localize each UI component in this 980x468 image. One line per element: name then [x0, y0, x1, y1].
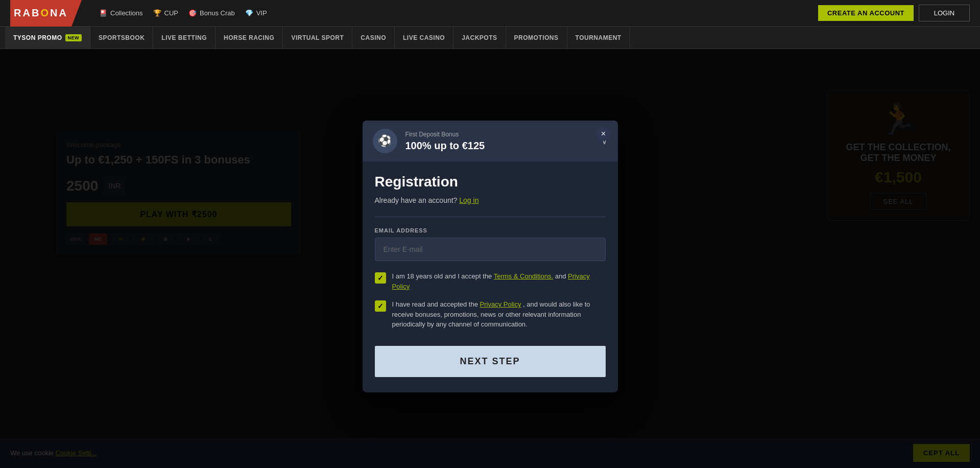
registration-modal: × ⚽ First Deposit Bonus 100% up to €125 …	[363, 121, 618, 392]
nav-live-betting[interactable]: LIVE BETTING	[153, 27, 216, 49]
terms-checkbox-row: I am 18 years old and I accept the Terms…	[375, 271, 606, 291]
nav-virtual-sport[interactable]: VIRTUAL SPORT	[283, 27, 352, 49]
bonus-crab-icon: 🎯	[188, 9, 197, 17]
new-badge: NEW	[65, 34, 82, 41]
privacy-checkbox-row: I have read and accepted the Privacy Pol…	[375, 299, 606, 330]
bonus-icon: ⚽	[373, 129, 397, 153]
nav-promotions[interactable]: PROMOTIONS	[506, 27, 567, 49]
bonus-value: 100% up to €125	[405, 140, 593, 152]
next-step-button[interactable]: NEXT STEP	[375, 346, 606, 377]
modal-body: Registration Already have an account? Lo…	[363, 174, 618, 330]
vip-icon: 💎	[245, 9, 253, 17]
bonus-text: First Deposit Bonus 100% up to €125	[405, 131, 593, 152]
nav-jackpots[interactable]: JACKPOTS	[453, 27, 506, 49]
nav-horse-racing[interactable]: HORSE RACING	[216, 27, 283, 49]
logo-image: RABONA	[10, 0, 71, 27]
terms-conditions-link[interactable]: Terms & Conditions.	[494, 272, 553, 280]
create-account-button[interactable]: CREATE AN ACCOUNT	[818, 5, 914, 21]
terms-checkbox[interactable]	[375, 272, 386, 284]
top-nav-links: 🎴 Collections 🏆 CUP 🎯 Bonus Crab 💎 VIP	[99, 9, 806, 17]
nav-collections[interactable]: 🎴 Collections	[99, 9, 143, 17]
divider	[375, 217, 606, 217]
already-account-text: Already have an account? Log in	[375, 196, 606, 204]
collections-icon: 🎴	[99, 9, 107, 17]
main-content: Welcome package Up to €1,250 + 150FS in …	[0, 49, 980, 468]
modal-title: Registration	[375, 174, 606, 190]
close-button[interactable]: ×	[596, 127, 611, 141]
privacy-text: I have read and accepted the Privacy Pol…	[392, 299, 606, 330]
cup-icon: 🏆	[153, 9, 161, 17]
top-navigation: RABONA 🎴 Collections 🏆 CUP 🎯 Bonus Crab …	[0, 0, 980, 27]
nav-bonus-crab[interactable]: 🎯 Bonus Crab	[188, 9, 235, 17]
nav-cup[interactable]: 🏆 CUP	[153, 9, 178, 17]
nav-vip[interactable]: 💎 VIP	[245, 9, 267, 17]
bonus-label: First Deposit Bonus	[405, 131, 593, 138]
nav-live-casino[interactable]: LIVE CASINO	[395, 27, 453, 49]
top-nav-right: CREATE AN ACCOUNT LOGIN	[818, 5, 970, 21]
secondary-navigation: TYSON PROMO NEW SPORTSBOOK LIVE BETTING …	[0, 27, 980, 49]
email-input[interactable]	[375, 238, 606, 261]
nav-tyson-promo[interactable]: TYSON PROMO NEW	[5, 27, 90, 49]
privacy-policy-link-2[interactable]: Privacy Policy	[480, 300, 521, 308]
nav-sportsbook[interactable]: SPORTSBOOK	[90, 27, 153, 49]
terms-text: I am 18 years old and I accept the Terms…	[392, 271, 606, 291]
nav-casino[interactable]: CASINO	[352, 27, 395, 49]
privacy-checkbox[interactable]	[375, 300, 386, 312]
login-link[interactable]: Log in	[459, 196, 479, 204]
email-label: EMAIL ADDRESS	[375, 227, 606, 233]
nav-tournament[interactable]: TOURNAMENT	[567, 27, 630, 49]
bonus-banner[interactable]: ⚽ First Deposit Bonus 100% up to €125 ∨	[363, 121, 618, 161]
login-button[interactable]: LOGIN	[919, 5, 970, 21]
logo[interactable]: RABONA	[10, 0, 71, 27]
